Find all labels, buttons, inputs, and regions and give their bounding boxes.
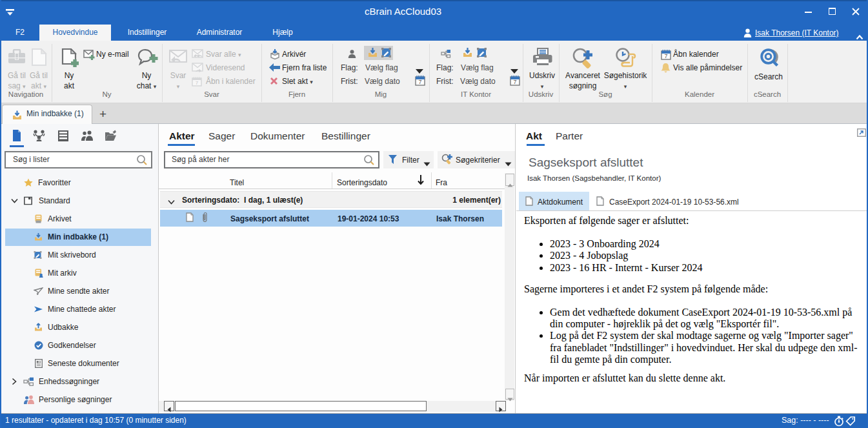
svg-text:7: 7 xyxy=(418,79,421,85)
svg-text:7: 7 xyxy=(664,53,667,59)
svg-text:7: 7 xyxy=(513,79,516,85)
svg-text:7: 7 xyxy=(196,80,199,86)
